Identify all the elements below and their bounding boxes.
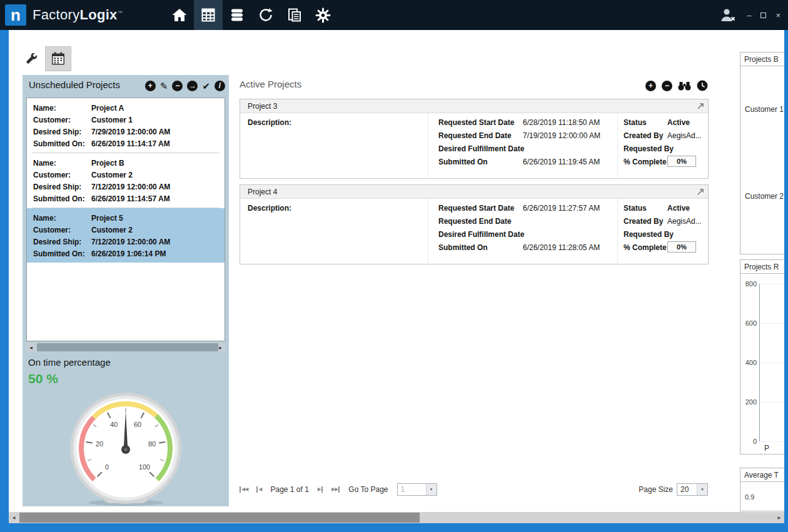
column-divider — [428, 199, 428, 264]
scheduling-grid-icon — [200, 7, 216, 23]
field-label: Customer: — [33, 114, 91, 126]
close-button[interactable]: × — [775, 11, 780, 19]
scroll-left-arrow[interactable]: ◂ — [9, 512, 19, 523]
average-tick: 0.9 — [745, 493, 754, 501]
projects-chart-panel: Projects R 800 600 400 200 0 P — [740, 259, 784, 454]
scroll-right-arrow[interactable]: ▸ — [216, 344, 225, 351]
field-value: Customer 1 — [91, 116, 133, 124]
minimize-button[interactable]: – — [747, 11, 751, 19]
goto-page-combobox[interactable]: 1 ▼ — [397, 483, 437, 496]
pager-next-button[interactable]: ▶ — [318, 486, 323, 493]
field-label: Created By — [624, 217, 663, 226]
unscheduled-projects-panel: Unscheduled Projects + ✎ − → ✔ / Name:Pr… — [23, 75, 229, 506]
gear-icon — [315, 7, 331, 24]
maximize-button[interactable] — [760, 11, 766, 19]
field-label: Desired Ship: — [33, 126, 91, 138]
pager: ◀◀ ◀ Page 1 of 1 ▶ ▶▶ Go To Page 1 ▼ Pag… — [240, 483, 708, 496]
field-value: AegisAd... — [667, 131, 702, 140]
app-logo-letter: n — [11, 6, 21, 25]
percent-complete-input[interactable]: 0% — [667, 241, 696, 253]
scroll-right-arrow[interactable]: ▸ — [774, 512, 784, 523]
card-body: Description: Requested Start Date 6/28/2… — [240, 113, 708, 179]
scroll-left-arrow[interactable]: ◂ — [26, 344, 36, 351]
add-button[interactable]: + — [645, 81, 656, 91]
svg-text:20: 20 — [96, 440, 103, 448]
percent-complete-input[interactable]: 0% — [667, 156, 696, 167]
nav-settings[interactable] — [309, 0, 338, 30]
pager-prev-button[interactable]: ◀ — [256, 486, 261, 493]
active-projects-title: Active Projects — [240, 79, 301, 89]
scroll-thumb[interactable] — [37, 343, 218, 351]
scroll-thumb[interactable] — [19, 513, 420, 523]
chevron-down-icon[interactable]: ▼ — [697, 484, 707, 495]
active-project-card-project-3[interactable]: Project 3 Description: Requested Start D… — [240, 99, 709, 179]
field-label: Description: — [248, 204, 291, 213]
field-label: Desired Fulfillment Date — [438, 144, 524, 153]
field-label: Submitted On: — [33, 138, 91, 150]
nav-home[interactable] — [165, 0, 194, 30]
field-label: Name: — [33, 213, 91, 224]
average-panel-title: Average T — [740, 468, 784, 482]
logout-user-icon[interactable] — [720, 8, 737, 23]
on-time-gauge: 0 20 40 60 80 100 — [53, 388, 198, 509]
y-tick: 0 — [740, 438, 757, 445]
field-label: Created By — [624, 131, 663, 140]
gridline — [759, 323, 784, 324]
nav-materials[interactable] — [223, 0, 251, 30]
column-divider — [428, 113, 428, 179]
decline-project-button[interactable]: / — [215, 81, 225, 91]
average-panel: Average T 0.9 — [740, 468, 784, 511]
column-divider — [617, 113, 618, 179]
list-item-project-5-selected[interactable]: Name:Project 5 Customer:Customer 2 Desir… — [27, 208, 225, 263]
calendar-icon — [50, 51, 66, 67]
field-label: Requested By — [624, 144, 674, 153]
active-project-card-project-4[interactable]: Project 4 Description: Requested Start D… — [240, 184, 709, 264]
project-name: Project 3 — [248, 102, 277, 111]
main-nav — [165, 0, 338, 30]
accept-project-button[interactable]: ✔ — [202, 81, 210, 91]
field-value: 6/26/2019 1:06:14 PM — [91, 249, 166, 258]
remove-project-button[interactable]: − — [172, 81, 183, 91]
maximize-icon — [760, 13, 766, 18]
chevron-down-icon[interactable]: ▼ — [426, 484, 437, 495]
nav-production[interactable] — [251, 0, 280, 30]
list-horizontal-scrollbar[interactable]: ◂ ▸ — [26, 343, 225, 352]
list-item-project-a[interactable]: Name:Project A Customer:Customer 1 Desir… — [27, 98, 225, 153]
page-size-combobox[interactable]: 20 ▼ — [677, 483, 708, 496]
svg-text:0: 0 — [105, 463, 109, 471]
field-label: % Complete: — [624, 243, 669, 252]
project-name: Project 4 — [248, 188, 277, 196]
nav-documents[interactable] — [280, 0, 309, 30]
field-label: Requested By — [624, 230, 674, 239]
submit-project-button[interactable]: → — [187, 81, 198, 91]
app-title: FactoryLogix™ — [33, 7, 123, 23]
expand-icon[interactable] — [696, 102, 705, 111]
svg-text:100: 100 — [139, 463, 150, 471]
tab-schedule[interactable] — [45, 46, 71, 71]
status-value: Active — [667, 118, 690, 127]
history-clock-icon[interactable] — [697, 80, 708, 91]
documents-icon — [286, 7, 303, 23]
gridline — [759, 363, 784, 363]
y-tick: 800 — [740, 280, 757, 288]
edit-project-button[interactable]: ✎ — [160, 81, 168, 91]
gauge-svg: 0 20 40 60 80 100 — [53, 388, 198, 507]
pager-first-button[interactable]: ◀◀ — [240, 486, 248, 493]
list-item-project-b[interactable]: Name:Project B Customer:Customer 2 Desir… — [27, 153, 225, 208]
card-header: Project 3 — [240, 99, 708, 113]
tab-setup[interactable] — [19, 46, 45, 71]
y-tick: 200 — [740, 398, 757, 406]
materials-stack-icon — [229, 7, 245, 23]
add-project-button[interactable]: + — [145, 81, 156, 91]
pager-last-button[interactable]: ▶▶ — [331, 486, 340, 493]
field-value: Customer 2 — [91, 171, 133, 179]
find-binoculars-icon[interactable] — [678, 81, 691, 91]
expand-icon[interactable] — [696, 188, 705, 196]
field-label: Submitted On — [438, 158, 488, 166]
field-label: Desired Fulfillment Date — [438, 230, 524, 239]
remove-button[interactable]: − — [662, 81, 672, 91]
main-horizontal-scrollbar[interactable]: ◂ ▸ — [9, 512, 784, 523]
field-value: 7/12/2019 12:00:00 AM — [91, 238, 170, 246]
nav-scheduling[interactable] — [194, 0, 223, 30]
unscheduled-projects-list: Name:Project A Customer:Customer 1 Desir… — [26, 98, 225, 341]
